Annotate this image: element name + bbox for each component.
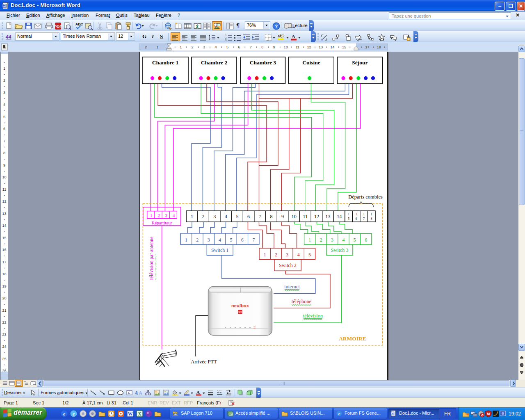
svg-text:4: 4 <box>3 103 5 107</box>
svg-text:17: 17 <box>365 45 369 49</box>
svg-text:12: 12 <box>2 199 6 203</box>
svg-text:Chambre 3: Chambre 3 <box>250 59 276 66</box>
svg-text:6: 6 <box>241 237 244 243</box>
svg-text:9: 9 <box>281 214 284 219</box>
svg-text:W: W <box>128 411 133 417</box>
svg-text:2: 2 <box>192 45 194 49</box>
svg-text:7: 7 <box>252 237 255 243</box>
svg-text:6: 6 <box>3 127 5 131</box>
svg-text:téléphone: téléphone <box>292 299 312 304</box>
svg-text:44: 44 <box>5 34 11 40</box>
svg-text:7: 7 <box>259 214 261 219</box>
svg-text:6: 6 <box>247 214 250 219</box>
svg-text:22: 22 <box>2 320 6 324</box>
svg-text:2: 2 <box>202 214 205 219</box>
svg-text:14: 14 <box>2 224 6 228</box>
svg-text:11: 11 <box>2 187 6 192</box>
svg-text:5: 5 <box>308 252 311 258</box>
svg-text:e: e <box>63 411 65 417</box>
svg-text:4: 4 <box>342 237 345 243</box>
svg-text:3: 3 <box>208 237 210 243</box>
svg-text:18: 18 <box>377 45 381 49</box>
svg-text:2: 2 <box>145 45 147 49</box>
svg-text:6: 6 <box>238 45 240 49</box>
svg-text:M: M <box>487 412 490 416</box>
svg-text:5: 5 <box>230 237 232 243</box>
svg-text:11: 11 <box>303 214 308 219</box>
svg-text:8: 8 <box>270 214 272 219</box>
svg-text:1: 1 <box>371 212 372 216</box>
svg-text:1: 1 <box>156 45 158 49</box>
svg-text:17: 17 <box>2 260 6 264</box>
svg-text:Chambre 2: Chambre 2 <box>201 59 228 66</box>
svg-text:12: 12 <box>307 45 311 49</box>
svg-text:11: 11 <box>295 45 299 49</box>
svg-text:2: 2 <box>275 252 277 258</box>
svg-text:1: 1 <box>356 212 357 216</box>
svg-text:3: 3 <box>286 252 288 258</box>
svg-text:16: 16 <box>2 248 6 252</box>
svg-text:PDF: PDF <box>54 24 62 29</box>
svg-text:télévision par antenne: télévision par antenne <box>148 237 154 280</box>
svg-text:4: 4 <box>297 252 300 258</box>
svg-text:1: 1 <box>185 237 187 243</box>
svg-text:5: 5 <box>348 217 349 221</box>
svg-text:3: 3 <box>165 213 167 218</box>
svg-text:Départs combles: Départs combles <box>348 194 383 200</box>
svg-text:20: 20 <box>2 296 6 300</box>
svg-text:25: 25 <box>2 357 6 361</box>
svg-text:13: 13 <box>326 214 331 219</box>
svg-text:13: 13 <box>2 212 6 216</box>
svg-text:5: 5 <box>226 45 228 49</box>
svg-text:ABC: ABC <box>75 22 83 26</box>
svg-text:7: 7 <box>3 139 5 143</box>
svg-text:7: 7 <box>363 217 365 221</box>
svg-text:3: 3 <box>331 237 333 243</box>
svg-text:8: 8 <box>371 217 372 221</box>
svg-text:2: 2 <box>320 237 322 243</box>
svg-text:2: 2 <box>158 213 160 218</box>
svg-text:15: 15 <box>342 45 346 49</box>
svg-text:1: 1 <box>308 237 311 243</box>
svg-text:3: 3 <box>213 214 216 219</box>
svg-text:A: A <box>138 390 142 396</box>
svg-text:5: 5 <box>236 214 238 219</box>
svg-text:3.: 3. <box>225 39 227 41</box>
svg-text:A: A <box>196 390 200 395</box>
svg-text:12: 12 <box>314 214 319 219</box>
svg-text:21: 21 <box>2 308 6 313</box>
svg-text:1: 1 <box>180 45 182 49</box>
svg-text:1: 1 <box>348 212 349 216</box>
svg-text:2: 2 <box>196 237 199 243</box>
svg-text:1: 1 <box>264 252 266 258</box>
svg-text:?: ? <box>275 24 278 29</box>
svg-text:télévision: télévision <box>303 313 323 319</box>
svg-text:14: 14 <box>337 214 342 219</box>
svg-text:23: 23 <box>2 333 6 337</box>
svg-text:10: 10 <box>2 175 6 179</box>
svg-text:8: 8 <box>3 151 5 155</box>
svg-text:Switch 2: Switch 2 <box>279 262 296 268</box>
svg-text:Séjour: Séjour <box>352 59 368 66</box>
svg-text:Cuisine: Cuisine <box>302 59 320 66</box>
svg-text:4: 4 <box>215 45 217 49</box>
svg-text:neufbox: neufbox <box>231 303 249 308</box>
svg-text:1: 1 <box>363 212 365 216</box>
svg-text:19: 19 <box>2 284 6 288</box>
svg-text:Switch 3: Switch 3 <box>331 247 348 253</box>
svg-text:10: 10 <box>284 45 288 49</box>
svg-text:3: 3 <box>203 45 205 49</box>
svg-text:14: 14 <box>330 45 334 49</box>
svg-text:1: 1 <box>191 214 193 219</box>
svg-text:Chambre 1: Chambre 1 <box>152 59 179 66</box>
svg-text:ARMOIRE: ARMOIRE <box>339 336 366 342</box>
svg-text:24: 24 <box>2 345 6 349</box>
svg-text:15: 15 <box>2 236 6 240</box>
svg-text:9: 9 <box>273 45 275 49</box>
svg-text:Switch 1: Switch 1 <box>211 247 228 253</box>
svg-text:W: W <box>391 412 394 415</box>
svg-text:4: 4 <box>173 213 175 218</box>
svg-text:e: e <box>73 411 75 417</box>
svg-text:1: 1 <box>150 213 153 218</box>
svg-text:8: 8 <box>261 45 263 49</box>
